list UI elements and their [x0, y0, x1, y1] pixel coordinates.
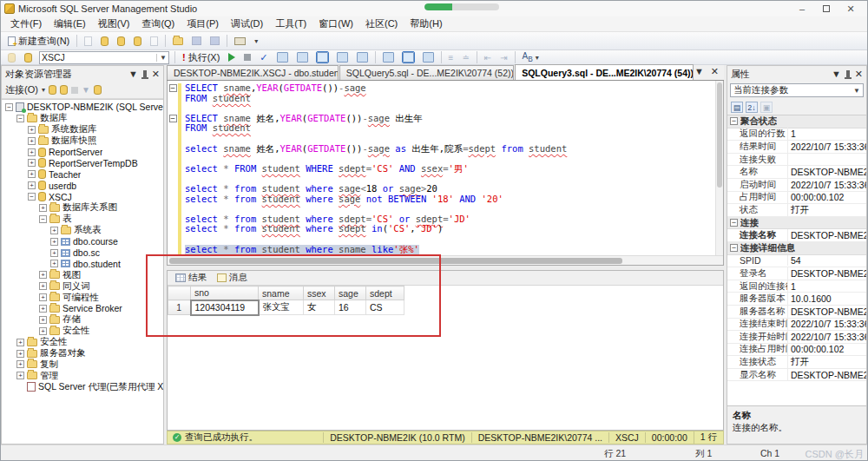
open-file-button[interactable]: [168, 36, 187, 47]
column-header-sage[interactable]: sage: [335, 286, 366, 300]
document-tab[interactable]: SQLQuery5.sql - DE...ME2IK\20774 (52))*: [339, 65, 514, 80]
expand-icon[interactable]: +: [50, 227, 58, 234]
properties-object-combobox[interactable]: 当前连接参数 ▼: [730, 83, 864, 97]
tree-item[interactable]: +dbo.sc: [2, 247, 163, 259]
column-header-ssex[interactable]: ssex: [304, 286, 335, 300]
menu-item[interactable]: 社区(C): [359, 16, 404, 32]
expand-icon[interactable]: +: [28, 181, 36, 189]
property-row[interactable]: 显示名称DESKTOP-NBME2IK: [727, 369, 866, 382]
expand-icon[interactable]: +: [16, 372, 24, 379]
property-row[interactable]: 结果时间2022/10/7 15:33:36: [727, 141, 866, 154]
property-row[interactable]: 返回的连接行数1: [727, 280, 866, 293]
property-row[interactable]: 连接结束时间2022/10/7 15:33:36: [727, 319, 866, 332]
property-row[interactable]: 占用时间00:00:00.102: [727, 192, 866, 205]
collapse-icon[interactable]: −: [730, 219, 738, 227]
increase-indent-button[interactable]: ⇥: [496, 51, 511, 64]
expand-icon[interactable]: +: [39, 327, 47, 335]
tree-item[interactable]: +系统表: [2, 225, 163, 236]
alphabetical-sort-icon[interactable]: 2↓: [746, 102, 758, 113]
connect-db-button[interactable]: [3, 51, 20, 64]
cancel-query-button[interactable]: [240, 52, 255, 63]
collapse-icon[interactable]: −: [730, 117, 738, 125]
row-header[interactable]: 1: [168, 300, 191, 315]
tree-item[interactable]: +可编程性: [2, 292, 163, 303]
expand-icon[interactable]: +: [28, 126, 36, 134]
tree-item[interactable]: +userdb: [2, 180, 163, 191]
expand-icon[interactable]: +: [50, 249, 58, 257]
disconnect-icon[interactable]: [60, 85, 68, 95]
property-row[interactable]: 状态打开: [727, 204, 866, 217]
expand-icon[interactable]: +: [50, 238, 58, 246]
close-document-icon[interactable]: ✕: [711, 66, 719, 77]
tree-item[interactable]: +dbo.student: [2, 258, 163, 269]
tree-item[interactable]: +dbo.course: [2, 236, 163, 247]
new-analysis-query-button[interactable]: [113, 35, 129, 48]
editor-vertical-scrollbar[interactable]: [715, 81, 723, 255]
pin-icon[interactable]: [143, 70, 147, 77]
close-icon[interactable]: ✕: [855, 69, 863, 80]
window-position-icon[interactable]: ▼: [128, 69, 138, 79]
tree-item[interactable]: +系统数据库: [2, 124, 163, 135]
expand-icon[interactable]: +: [16, 350, 24, 358]
results-to-file-button[interactable]: [418, 50, 438, 64]
blank-doc-button[interactable]: [146, 35, 162, 48]
client-statistics-button[interactable]: [352, 50, 372, 64]
property-row[interactable]: 启动时间2022/10/7 15:33:36: [727, 179, 866, 192]
tree-item[interactable]: −数据库: [2, 113, 163, 124]
debug-button[interactable]: [224, 51, 240, 63]
database-combobox[interactable]: XSCJ ▼: [39, 51, 169, 64]
grid-cell[interactable]: 1204304119: [191, 300, 259, 315]
pin-icon[interactable]: [846, 70, 850, 77]
tree-item[interactable]: +数据库关系图: [2, 202, 163, 214]
grid-cell[interactable]: 张文宝: [259, 300, 304, 315]
window-position-icon[interactable]: ▼: [832, 69, 841, 79]
menu-item[interactable]: 帮助(H): [404, 16, 448, 32]
sql-editor[interactable]: −SELECT sname,YEAR(GETDATE())-sageFROM s…: [168, 81, 723, 255]
results-to-text-button[interactable]: [378, 50, 398, 64]
expand-icon[interactable]: +: [39, 271, 47, 279]
fold-collapse-icon[interactable]: −: [169, 115, 177, 122]
expand-icon[interactable]: +: [16, 339, 24, 346]
tree-item[interactable]: +存储: [2, 314, 163, 326]
grid-cell[interactable]: 16: [335, 300, 366, 315]
results-tab[interactable]: 结果: [171, 271, 211, 285]
menu-item[interactable]: 视图(V): [92, 16, 136, 32]
menu-item[interactable]: 项目(P): [181, 16, 225, 32]
grid-cell[interactable]: 女: [304, 300, 335, 315]
toolbar-overflow-button[interactable]: ▾: [250, 36, 262, 47]
activity-monitor-button[interactable]: [230, 36, 250, 47]
menu-item[interactable]: 查询(Q): [135, 16, 181, 32]
column-header-sdept[interactable]: sdept: [366, 286, 404, 300]
uncomment-button[interactable]: ≐: [457, 51, 473, 64]
grid-corner[interactable]: [168, 286, 191, 300]
tree-item[interactable]: +复制: [2, 359, 163, 370]
tab-list-icon[interactable]: ▼: [694, 66, 704, 77]
new-file-button[interactable]: [80, 35, 96, 48]
tree-item[interactable]: +同义词: [2, 280, 163, 292]
new-database-query-button[interactable]: [96, 35, 113, 48]
new-xmla-query-button[interactable]: [129, 35, 146, 48]
messages-tab[interactable]: 消息: [213, 271, 252, 285]
restore-button[interactable]: [820, 3, 832, 14]
tree-item[interactable]: +服务器对象: [2, 348, 163, 359]
property-row[interactable]: 服务器版本10.0.1600: [727, 293, 866, 306]
expand-icon[interactable]: +: [39, 305, 47, 313]
fold-collapse-icon[interactable]: −: [169, 84, 177, 92]
query-options-button[interactable]: [293, 50, 312, 64]
collapse-icon[interactable]: −: [39, 215, 47, 223]
connect-button[interactable]: 连接(O): [5, 83, 38, 96]
refresh-icon[interactable]: [49, 85, 56, 95]
tree-item[interactable]: −XSCJ: [2, 191, 163, 202]
property-row[interactable]: 连接名称DESKTOP-NBME2IK: [727, 229, 866, 242]
expand-icon[interactable]: +: [39, 282, 47, 290]
tree-item[interactable]: +ReportServer: [2, 147, 163, 158]
tree-item[interactable]: +视图: [2, 269, 163, 280]
document-tab[interactable]: DESKTOP-NBME2IK.XSCJ - dbo.student: [167, 65, 339, 80]
tree-item[interactable]: +安全性: [2, 337, 163, 348]
expand-icon[interactable]: +: [50, 260, 58, 267]
grid-cell[interactable]: CS: [366, 300, 404, 315]
property-row[interactable]: 连接占用时间00:00:00.102: [727, 344, 866, 357]
tree-item[interactable]: +数据库快照: [2, 135, 163, 147]
comment-button[interactable]: ≡: [444, 51, 458, 64]
property-row[interactable]: 名称DESKTOP-NBME2IK: [727, 166, 866, 179]
